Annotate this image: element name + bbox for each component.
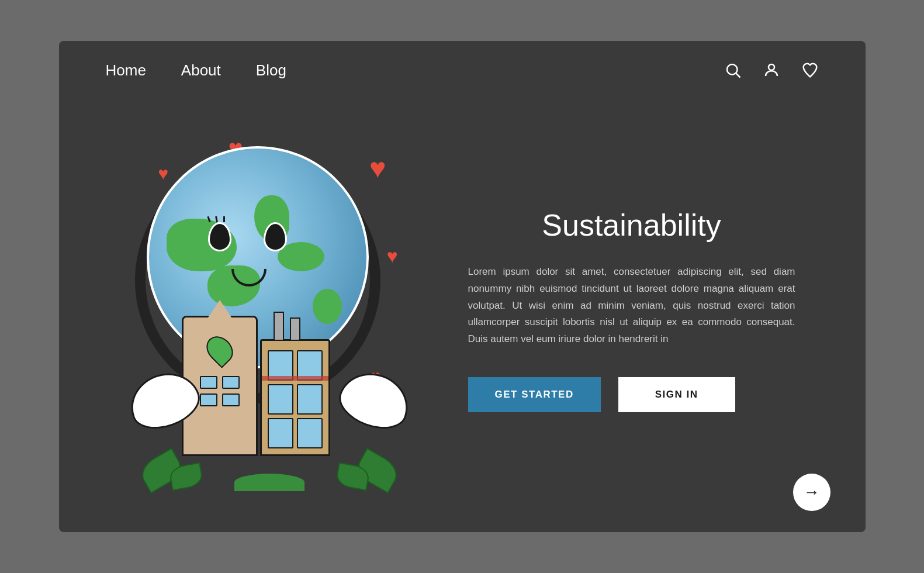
building-windows [200,376,240,406]
page-title: Sustainability [468,208,795,243]
continent-3 [254,195,289,242]
window [200,376,217,389]
svg-point-0 [727,64,738,75]
svg-line-1 [736,74,740,78]
heart-decoration-3: ♥ [369,152,386,184]
factory-window [297,418,323,448]
hero-body-text: Lorem ipsum dolor sit amet, consectetuer… [468,264,795,348]
user-icon[interactable] [763,61,780,79]
main-card: Home About Blog ♥ ♥ ♥ [59,41,866,532]
navbar: Home About Blog [59,41,866,99]
continent-4 [278,242,324,271]
eco-leaf [201,331,238,368]
factory-window [297,384,323,415]
main-content: ♥ ♥ ♥ ♥ ♥ [59,99,866,532]
nav-icons [724,61,819,79]
chimney-2 [290,317,300,341]
heart-decoration-1: ♥ [158,164,169,184]
factory-window [268,418,293,448]
continent-1 [167,219,237,271]
globe-scene: ♥ ♥ ♥ ♥ ♥ [123,129,416,491]
factory-window [268,384,293,415]
heart-icon[interactable] [801,61,819,79]
window [222,376,240,389]
factory-building [260,339,330,456]
nav-links: Home About Blog [106,61,724,80]
sign-in-button[interactable]: SIGN IN [618,377,735,412]
content-area: Sustainability Lorem ipsum dolor sit ame… [433,111,819,509]
get-started-button[interactable]: GET STARTED [468,377,601,412]
factory-stripe [262,376,328,381]
buildings [182,304,357,456]
nav-blog[interactable]: Blog [256,61,286,80]
nav-about[interactable]: About [181,61,221,80]
button-row: GET STARTED SIGN IN [468,377,795,412]
grass-tuft [234,474,304,491]
next-arrow-button[interactable]: → [793,474,830,511]
nav-home[interactable]: Home [106,61,146,80]
illustration-area: ♥ ♥ ♥ ♥ ♥ [106,111,433,509]
heart-decoration-4: ♥ [387,246,398,267]
window [222,393,240,406]
svg-point-2 [769,64,774,70]
search-icon[interactable] [724,61,742,79]
window [200,393,217,406]
chimney-1 [274,312,284,341]
